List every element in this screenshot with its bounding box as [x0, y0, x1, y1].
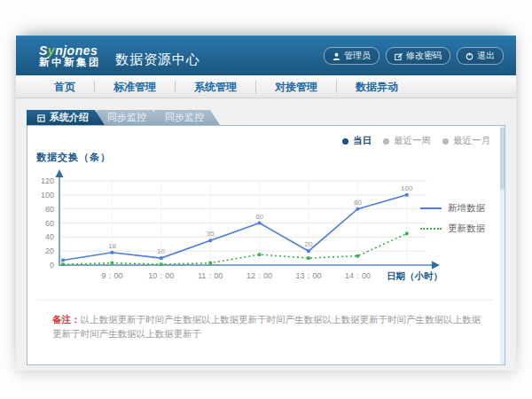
radio-option-0[interactable]: 当日 [342, 135, 372, 147]
x-tick-label: 14：00 [345, 271, 371, 280]
x-axis-title: 日期（小时） [387, 270, 442, 282]
page-title: 数据资源中心 [115, 51, 200, 68]
app-header: Synjones 新中新集团 数据资源中心 管理员 修改密码 [16, 35, 516, 75]
y-tick-label: 40 [45, 232, 54, 241]
period-filter: 当日最近一周最近一月 [342, 135, 490, 147]
radio-option-2[interactable]: 最近一月 [442, 135, 490, 147]
tab-0[interactable]: 系统介绍 [27, 110, 105, 125]
tab-document-icon [37, 113, 45, 121]
radio-option-1[interactable]: 最近一周 [383, 135, 431, 147]
nav-item-3[interactable]: 对接管理 [255, 81, 336, 93]
footnote-text: 以上数据更新于时间产生数据以上数据更新于时间产生数据以上数据更新于时间产生数据以… [52, 314, 481, 339]
footnote: 备注：以上数据更新于时间产生数据以上数据更新于时间产生数据以上数据更新于时间产生… [52, 313, 489, 341]
power-icon [466, 52, 473, 60]
line-chart: 0204060801001209：0010：0011：0012：0013：001… [33, 168, 458, 288]
point-label: 20 [305, 240, 313, 248]
nav-item-4[interactable]: 数据异动 [336, 81, 417, 93]
legend-line-icon [420, 228, 442, 230]
x-tick-label: 10：00 [148, 271, 174, 280]
panel-scrollbar[interactable] [500, 126, 505, 364]
edit-icon [395, 52, 403, 60]
logout-button[interactable]: 退出 [457, 47, 504, 65]
nav-item-2[interactable]: 系统管理 [175, 81, 255, 93]
content-area: 系统介绍同步监控同步监控 当日最近一周最近一月 数据交换（条） 02040608… [16, 98, 516, 371]
tab-bar: 系统介绍同步监控同步监控 [27, 110, 516, 125]
change-password-button[interactable]: 修改密码 [386, 47, 450, 65]
point-label: 10 [157, 247, 165, 255]
main-nav: 首页标准管理系统管理对接管理数据异动 [16, 75, 516, 98]
scrollbar-thumb[interactable] [500, 128, 505, 190]
user-icon [332, 52, 340, 60]
legend-label: 更新数据 [448, 223, 485, 235]
point-label: 35 [207, 230, 215, 238]
x-tick-label: 12：00 [246, 271, 272, 280]
y-tick-label: 60 [45, 219, 54, 228]
content-panel: 当日最近一周最近一月 数据交换（条） 0204060801001209：0010… [27, 125, 505, 365]
legend-line-icon [420, 207, 442, 209]
logo-brand-cn: 新中新集团 [39, 57, 101, 67]
header-actions: 管理员 修改密码 退出 [324, 47, 504, 65]
divider [36, 300, 494, 301]
logo-brand-en: Synjones [39, 44, 101, 58]
logo: Synjones 新中新集团 [39, 44, 101, 68]
app-window: Synjones 新中新集团 数据资源中心 管理员 修改密码 [16, 35, 516, 371]
radio-dot-icon [442, 138, 449, 145]
y-axis-title: 数据交换（条） [36, 151, 111, 164]
y-tick-label: 0 [50, 261, 54, 270]
radio-label: 最近一周 [394, 135, 431, 147]
legend-item-0[interactable]: 新增数据 [420, 202, 485, 215]
y-tick-label: 120 [41, 176, 54, 185]
nav-item-0[interactable]: 首页 [35, 81, 94, 93]
tab-1[interactable]: 同步监控 [97, 110, 162, 125]
point-label: 100 [401, 184, 413, 192]
x-tick-label: 11：00 [198, 271, 223, 280]
radio-dot-icon [342, 138, 348, 145]
footnote-label: 备注： [52, 314, 81, 325]
tab-2[interactable]: 同步监控 [154, 110, 220, 125]
tab-label: 同步监控 [107, 111, 146, 124]
x-tick-label: 13：00 [295, 271, 321, 280]
x-tick-label: 9：00 [101, 271, 122, 280]
radio-label: 最近一月 [453, 135, 490, 147]
nav-item-1[interactable]: 标准管理 [94, 81, 175, 93]
chart-legend: 新增数据更新数据 [420, 202, 485, 235]
logo-accent-letter: y [48, 43, 55, 58]
legend-label: 新增数据 [448, 202, 485, 215]
current-user-button[interactable]: 管理员 [324, 47, 379, 65]
radio-dot-icon [383, 138, 389, 145]
legend-item-1[interactable]: 更新数据 [420, 223, 485, 235]
y-tick-label: 80 [45, 205, 54, 214]
tab-label: 系统介绍 [50, 111, 89, 124]
radio-label: 当日 [353, 135, 372, 147]
chart-canvas: 0204060801001209：0010：0011：0012：0013：001… [33, 168, 458, 288]
point-label: 60 [255, 213, 263, 221]
point-label: 80 [354, 199, 362, 207]
tab-label: 同步监控 [165, 111, 204, 124]
y-tick-label: 100 [41, 191, 54, 200]
screen-background: Synjones 新中新集团 数据资源中心 管理员 修改密码 [0, 0, 532, 399]
y-tick-label: 20 [45, 246, 54, 255]
point-label: 18 [108, 242, 116, 250]
